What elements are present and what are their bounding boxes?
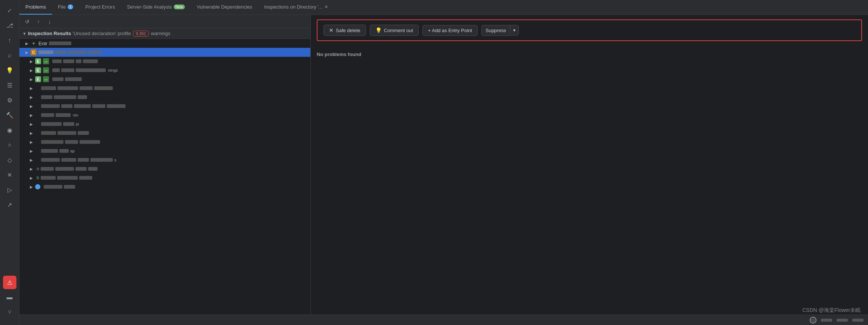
tree-item[interactable]: ▶ b [19,173,310,182]
tree-item[interactable]: ▶ n [19,164,310,173]
tree-arrow-icon: ▶ [30,113,35,117]
cross-icon[interactable]: ✕ [3,168,16,182]
tree-item[interactable]: ▶ E ▬ nings [19,66,310,75]
tree-item[interactable]: ▶ [19,137,310,146]
git2-icon[interactable]: ⑂ [3,306,16,319]
document-icon[interactable]: ☰ [3,78,16,92]
commit-icon[interactable]: ↑ [3,34,16,47]
tab-vulnerable[interactable]: Vulnerable Dependencies [191,0,258,15]
tree-arrow-icon: ▶ [30,77,35,81]
status-bar: ⊙ [19,315,868,325]
comment-out-button[interactable]: 💡 Comment out [370,25,419,36]
checkmark-icon[interactable]: ✓ [3,4,16,17]
sidebar: ✓ ⎇ ↑ ⌕ 💡 ☰ ⚙ 🔨 ◉ ⑃ ◇ ✕ ▷ ↗ ⚠ ▬ ⑂ [0,0,19,325]
main-content: Problems File 1 Project Errors Server-Si… [19,0,868,325]
safe-delete-button[interactable]: ✕ Safe delete [323,25,366,36]
tree-item[interactable]: ▶ E ▬ [19,75,310,84]
suppress-dropdown-button[interactable]: ▾ [510,25,519,35]
tree-item[interactable]: ▶ [19,84,310,93]
status-item [821,319,832,322]
tree-arrow-icon: ▶ [30,185,35,189]
export-icon[interactable]: ↗ [3,198,16,211]
lightbulb-icon[interactable]: 💡 [3,64,16,77]
tree-arrow-icon: ▶ [30,176,35,180]
status-item [852,319,864,322]
tree-item[interactable]: ▶ nin [19,111,310,120]
tree-item[interactable]: ▶ [19,102,310,111]
tree-item[interactable]: ▶ ap [19,146,310,155]
tree-arrow-icon: ▶ [30,167,35,171]
green-rect-icon: ▬ [43,67,49,73]
vcs-icon[interactable]: ⎇ [3,19,16,32]
settings-icon[interactable]: ⚙ [3,93,16,107]
tree-item[interactable]: ▶ + Entr [19,39,310,48]
chevron-down-icon: ▾ [513,28,515,33]
inspection-header: ▼ Inspection Results 'Unused declaration… [19,28,310,39]
status-item: ⊙ [810,317,816,324]
tab-bar: Problems File 1 Project Errors Server-Si… [19,0,868,15]
git-icon[interactable]: ⑃ [3,138,16,152]
tree-item-label: Entr [38,41,47,46]
warning-count-badge: 9,391 [133,31,149,37]
scroll-down-button[interactable]: ↓ [45,17,55,27]
tree-item[interactable]: ▶ pi [19,120,310,129]
scroll-up-button[interactable]: ↑ [34,17,43,27]
tab-problems[interactable]: Problems [19,0,52,15]
suppress-main-button[interactable]: Suppress [481,25,510,36]
tab-close-icon[interactable]: ✕ [325,4,328,9]
tree-arrow-icon: ▶ [30,104,35,108]
watermark: CSDN @海棠Flower未眠 [802,307,861,314]
search-icon[interactable]: ⌕ [3,49,16,62]
tree-arrow-icon: ▶ [30,95,35,99]
collapse-toggle[interactable]: ▼ [22,31,27,36]
terminal-icon[interactable]: ▬ [3,291,16,304]
tree-arrow-icon: ▶ [30,59,35,64]
tab-inspections[interactable]: Inspections on Directory ' ... ✕ [258,0,334,15]
status-item [837,319,848,322]
panel-toolbar: ↺ ↑ ↓ [19,15,310,28]
tab-file[interactable]: File 1 [52,0,80,15]
e-icon: E [35,58,41,64]
tree-arrow-icon: ▶ [30,131,35,135]
tree-item[interactable]: ▶ [19,129,310,137]
tree-arrow-icon: ▶ [30,68,35,72]
left-panel: ↺ ↑ ↓ ▼ Inspection Results 'Unused decla… [19,15,311,315]
tree-arrow-icon: ▶ [25,41,31,46]
tree-arrow-icon: ▶ [30,149,35,153]
tree-item[interactable]: ▶ E ▬ [19,57,310,66]
inspection-profile: 'Unused declaration' profile [72,31,131,36]
no-problems-message: No problems found [311,46,868,63]
plus-icon: + [31,40,37,46]
tree-item-selected[interactable]: ▶ C [19,48,310,57]
file-badge: 1 [68,4,74,9]
green-rect-icon: ▬ [43,76,49,82]
diamond-icon[interactable]: ◇ [3,153,16,167]
lightbulb-btn-icon: 💡 [375,27,382,33]
suppress-button-group: Suppress ▾ [481,25,519,36]
new-badge: New [174,4,185,9]
refresh-button[interactable]: ↺ [22,17,32,27]
tree-item[interactable]: ▶ [19,182,310,191]
eye-icon[interactable]: ◉ [3,123,16,137]
run-icon[interactable]: ▷ [3,183,16,196]
action-bar: ✕ Safe delete 💡 Comment out + Add as Ent… [317,19,862,41]
circle-icon [35,184,40,189]
tree-arrow-icon: ▶ [30,122,35,126]
add-entry-point-button[interactable]: + Add as Entry Point [422,25,478,36]
build-icon[interactable]: 🔨 [3,108,16,122]
tree-arrow-icon: ▶ [30,158,35,162]
right-panel: ✕ Safe delete 💡 Comment out + Add as Ent… [311,15,868,315]
warnings-label: warnings [151,31,170,36]
e-icon: E [35,76,41,82]
tab-server-side[interactable]: Server-Side Analysis New [121,0,191,15]
problems-icon[interactable]: ⚠ [3,276,16,289]
inspection-title: Inspection Results [28,31,71,36]
tree-item[interactable]: ▶ [19,93,310,102]
tree-list[interactable]: ▶ + Entr ▶ C ▶ E ▬ [19,39,310,315]
tree-arrow-icon: ▶ [30,140,35,144]
e-icon: E [35,67,41,73]
status-dot-icon: ⊙ [810,317,816,324]
content-area: ↺ ↑ ↓ ▼ Inspection Results 'Unused decla… [19,15,868,315]
tab-project-errors[interactable]: Project Errors [79,0,121,15]
tree-item[interactable]: ▶ s [19,155,310,164]
